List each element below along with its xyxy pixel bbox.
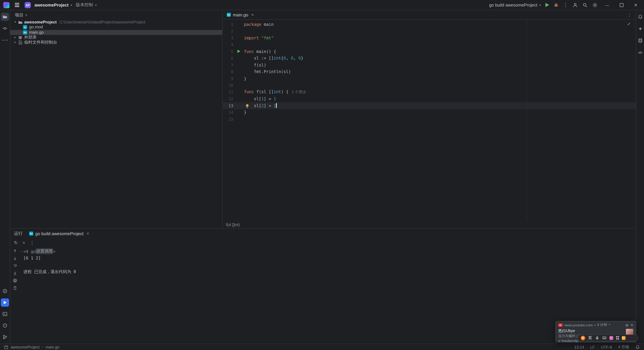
intention-bulb-icon[interactable] [245,104,249,108]
breadcrumb[interactable]: f(sl []int) [226,222,240,227]
project-widget[interactable]: awesomeProject ▾ [34,2,72,7]
collapse-icon[interactable]: ^ [609,323,610,327]
notifications-bell-icon[interactable] [636,345,640,349]
code-line[interactable]: 8 fmt.Println(sl) [222,68,636,75]
code-line[interactable]: 12 sl[1] = 1 [222,95,636,102]
text-caret [276,103,277,108]
ime-toolbar[interactable]: S 英 [578,335,638,341]
minimize-button[interactable]: — [602,3,612,7]
token [259,35,261,40]
fold-expander-icon[interactable]: › [19,249,23,253]
gofile-icon: Go [23,30,28,34]
chevron-down-icon[interactable]: ▾ [13,20,18,25]
status-breadcrumb-project[interactable]: awesomeProject [11,345,40,349]
keyboard-icon[interactable] [602,336,606,340]
prev-occurrence-icon[interactable] [12,248,18,254]
chevron-right-icon[interactable]: ▸ [13,35,18,40]
more-actions-icon[interactable]: ⋮ [563,2,568,8]
more-tool-windows-icon[interactable]: ⋯ [1,36,9,44]
notification-close-icon[interactable]: ✕ [630,323,633,327]
sogou-logo-icon[interactable]: S [581,336,585,340]
tab-main-go[interactable]: Go main.go ✕ [222,10,258,19]
database-icon[interactable] [636,36,644,45]
tree-item[interactable]: ▸临时文件和控制台 [10,40,222,45]
notifications-bell-icon[interactable] [636,13,644,21]
status-breadcrumb-file[interactable]: main.go [46,345,60,349]
vcs-branch-icon[interactable] [1,333,9,341]
vcs-widget[interactable]: 版本控制 ▾ [76,2,96,8]
tree-item[interactable]: Gomain.go [10,30,222,35]
main-menu-icon[interactable] [13,2,21,8]
code-text: func main() { [244,49,636,54]
search-icon[interactable] [582,2,588,7]
tab-options-icon[interactable]: ⋮ [623,12,636,17]
code-line[interactable]: 15 [222,116,636,122]
code-line[interactable]: 5func main() { [222,48,636,55]
ai-assistant-icon[interactable] [636,25,644,33]
code-line[interactable]: 7 f(sl) [222,61,636,68]
project-tool-icon[interactable] [1,13,9,21]
status-line-separator[interactable]: LF [590,345,595,349]
clear-console-icon[interactable] [12,285,18,291]
notification-settings-icon[interactable] [625,323,629,327]
commit-icon[interactable] [1,24,9,32]
tree-item[interactable]: ▸外部库 [10,35,222,40]
next-occurrence-icon[interactable] [12,256,18,261]
code-line[interactable]: 10 [222,82,636,89]
run-tool-icon[interactable] [1,298,9,307]
microphone-icon[interactable] [595,336,599,340]
code-line[interactable]: 9} [222,75,636,82]
code-line[interactable]: 4 [222,41,636,48]
run-line-icon[interactable] [237,50,240,53]
code-line[interactable]: 1package main [222,21,636,28]
run-panel-header: 运行 Go go build awesomeProject ✕ [10,229,636,238]
run-config-selector[interactable]: go build awesomeProject ▾ [489,2,541,7]
stop-icon[interactable]: ■ [23,241,25,245]
code-text: func f(sl []int) {1 个用法 [244,89,636,95]
chevron-down-icon: ▾ [95,3,96,7]
sticker-icon[interactable] [609,336,613,340]
gomod-icon: m [23,25,28,29]
print-icon[interactable] [12,278,18,283]
more-options-icon[interactable]: ⋮ [30,240,34,245]
maximize-button[interactable] [616,3,626,7]
scroll-to-end-icon[interactable] [12,271,18,276]
code-line[interactable]: 6 sl := []int{6, 6, 6} [222,55,636,61]
code-line[interactable]: 2 [222,28,636,34]
status-indent[interactable]: 4 空格 [618,345,629,350]
soft-wrap-icon[interactable] [12,263,18,269]
code-line[interactable]: 14} [222,109,636,116]
status-cursor-position[interactable]: 13:14 [574,345,584,349]
user-icon[interactable] [572,2,578,7]
run-button[interactable] [546,3,549,7]
code-line[interactable]: 13 sl[2] = 2 [222,102,636,109]
status-encoding[interactable]: UTF-8 [601,345,612,349]
terminal-icon[interactable] [1,310,9,318]
run-panel-title[interactable]: 运行 [14,231,22,236]
code-editor[interactable]: ✓ 1package main23import "fmt"45func main… [222,20,636,221]
line-number: 4 [222,42,233,47]
code-text: package main [244,22,636,27]
ime-mode-indicator[interactable]: 英 [588,335,592,341]
usages-inlay-hint[interactable]: 1 个用法 [292,90,306,94]
close-tab-icon[interactable]: ✕ [86,231,89,235]
token: func [244,49,254,54]
chevron-right-icon[interactable]: ▸ [13,40,18,45]
run-tab[interactable]: Go go build awesomeProject ✕ [29,231,90,236]
debug-button[interactable] [554,2,558,7]
toolbox-grid-icon[interactable] [616,336,619,339]
skin-icon[interactable] [622,336,626,340]
tree-item[interactable]: mgo.mod [10,25,222,30]
code-line[interactable]: 11func f(sl []int) {1 个用法 [222,89,636,95]
endpoints-icon[interactable]: </> [636,48,644,57]
tree-item[interactable]: ▾awesomeProjectC:\Users\meowr\GolandProj… [10,20,222,25]
project-panel-header[interactable]: 项目 ▾ [10,10,222,20]
close-button[interactable]: ✕ [631,3,641,7]
services-icon[interactable] [1,287,9,295]
code-line[interactable]: 3import "fmt" [222,34,636,41]
rerun-icon[interactable]: ↻ [14,240,18,245]
console-output[interactable]: ›<4 go 设置调用>[6 1 2]进程 已完成，退出代码为 0 [19,247,636,344]
settings-gear-icon[interactable] [592,2,598,7]
close-tab-icon[interactable]: ✕ [251,13,254,17]
problems-icon[interactable] [1,322,9,330]
